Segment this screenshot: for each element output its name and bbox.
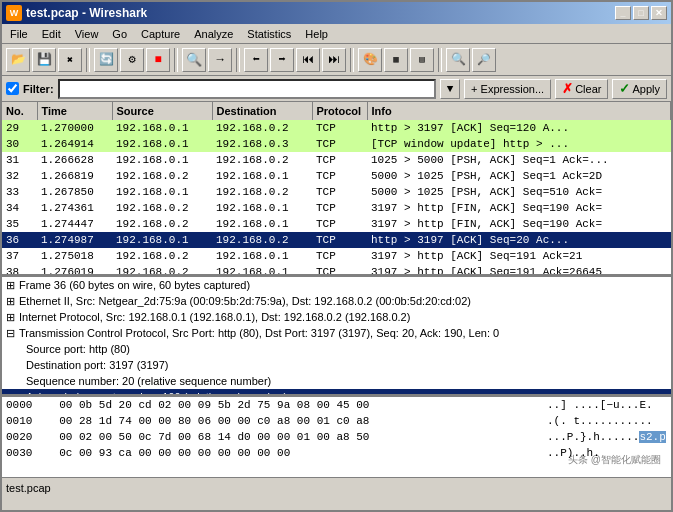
tb-options[interactable]: ⚙: [120, 48, 144, 72]
filter-input[interactable]: [58, 79, 437, 99]
menu-statistics[interactable]: Statistics: [241, 26, 297, 42]
cell-proto: TCP: [312, 136, 367, 152]
col-no[interactable]: No.: [2, 102, 37, 120]
cell-info: 3197 > http [ACK] Seq=191 Ack=21: [367, 248, 671, 264]
cell-dst: 192.168.0.2: [212, 184, 312, 200]
hex-addr: 0020: [6, 431, 46, 443]
detail-row[interactable]: Sequence number: 20 (relative sequence n…: [2, 373, 671, 389]
col-time[interactable]: Time: [37, 102, 112, 120]
cell-src: 192.168.0.2: [112, 216, 212, 232]
tb-first[interactable]: ⏮: [296, 48, 320, 72]
table-row[interactable]: 33 1.267850 192.168.0.1 192.168.0.2 TCP …: [2, 184, 671, 200]
filter-clear-button[interactable]: ✗ Clear: [555, 79, 608, 99]
window-controls[interactable]: _ □ ✕: [615, 6, 667, 20]
tb-stop[interactable]: ■: [146, 48, 170, 72]
apply-label: Apply: [632, 83, 660, 95]
table-row[interactable]: 36 1.274987 192.168.0.1 192.168.0.2 TCP …: [2, 232, 671, 248]
tb-find[interactable]: 🔍: [182, 48, 206, 72]
tb-next[interactable]: ➡: [270, 48, 294, 72]
menu-view[interactable]: View: [69, 26, 105, 42]
table-row[interactable]: 35 1.274447 192.168.0.2 192.168.0.1 TCP …: [2, 216, 671, 232]
filter-expression-button[interactable]: + Expression...: [464, 79, 551, 99]
menu-capture[interactable]: Capture: [135, 26, 186, 42]
col-info[interactable]: Info: [367, 102, 671, 120]
cell-info: 3197 > http [FIN, ACK] Seq=190 Ack=: [367, 216, 671, 232]
menu-go[interactable]: Go: [106, 26, 133, 42]
tb-resize2[interactable]: ▤: [410, 48, 434, 72]
cell-dst: 192.168.0.2: [212, 232, 312, 248]
window-title: test.pcap - Wireshark: [26, 6, 147, 20]
cell-proto: TCP: [312, 184, 367, 200]
filter-label: Filter:: [23, 83, 54, 95]
cell-src: 192.168.0.2: [112, 200, 212, 216]
detail-text: Transmission Control Protocol, Src Port:…: [19, 327, 499, 339]
close-button[interactable]: ✕: [651, 6, 667, 20]
hex-bytes: 00 28 1d 74 00 00 80 06 00 00 c0 a8 00 0…: [59, 415, 534, 427]
expand-icon[interactable]: ⊞: [6, 279, 15, 292]
cell-info: 3197 > http [ACK] Seq=191 Ack=26645: [367, 264, 671, 277]
tb-close[interactable]: ✖: [58, 48, 82, 72]
cell-dst: 192.168.0.1: [212, 168, 312, 184]
detail-row[interactable]: ⊞Internet Protocol, Src: 192.168.0.1 (19…: [2, 309, 671, 325]
menu-help[interactable]: Help: [299, 26, 334, 42]
filter-checkbox[interactable]: [6, 82, 19, 95]
cell-dst: 192.168.0.1: [212, 216, 312, 232]
col-protocol[interactable]: Protocol: [312, 102, 367, 120]
cell-info: http > 3197 [ACK] Seq=120 A...: [367, 120, 671, 136]
expression-label: + Expression...: [471, 83, 544, 95]
table-row[interactable]: 30 1.264914 192.168.0.1 192.168.0.3 TCP …: [2, 136, 671, 152]
tb-goto[interactable]: →: [208, 48, 232, 72]
detail-text: Internet Protocol, Src: 192.168.0.1 (192…: [19, 311, 410, 323]
cell-no: 32: [2, 168, 37, 184]
cell-time: 1.274987: [37, 232, 112, 248]
filter-apply-button[interactable]: ✓ Apply: [612, 79, 667, 99]
table-row[interactable]: 37 1.275018 192.168.0.2 192.168.0.1 TCP …: [2, 248, 671, 264]
tb-last[interactable]: ⏭: [322, 48, 346, 72]
detail-row[interactable]: Destination port: 3197 (3197): [2, 357, 671, 373]
detail-text: Frame 36 (60 bytes on wire, 60 bytes cap…: [19, 279, 250, 291]
title-bar-left: W test.pcap - Wireshark: [6, 5, 147, 21]
tb-sep3: [236, 48, 240, 72]
menu-analyze[interactable]: Analyze: [188, 26, 239, 42]
expand-icon[interactable]: ⊟: [6, 327, 15, 340]
hex-addr: 0010: [6, 415, 46, 427]
detail-row[interactable]: ⊞Ethernet II, Src: Netgear_2d:75:9a (00:…: [2, 293, 671, 309]
detail-row[interactable]: Acknowledgement number: 190 (relative ac…: [2, 389, 671, 397]
tb-open[interactable]: 📂: [6, 48, 30, 72]
hex-ascii: .(. t...........: [547, 415, 667, 427]
detail-row[interactable]: Source port: http (80): [2, 341, 671, 357]
hex-bytes: 00 02 00 50 0c 7d 00 68 14 d0 00 00 01 0…: [59, 431, 534, 443]
filter-bar: Filter: ▼ + Expression... ✗ Clear ✓ Appl…: [2, 76, 671, 102]
tb-restart[interactable]: 🔄: [94, 48, 118, 72]
tb-zoom-in[interactable]: 🔍: [446, 48, 470, 72]
cell-time: 1.275018: [37, 248, 112, 264]
minimize-button[interactable]: _: [615, 6, 631, 20]
tb-save[interactable]: 💾: [32, 48, 56, 72]
tb-color[interactable]: 🎨: [358, 48, 382, 72]
table-row[interactable]: 31 1.266628 192.168.0.1 192.168.0.2 TCP …: [2, 152, 671, 168]
table-row[interactable]: 38 1.276019 192.168.0.2 192.168.0.1 TCP …: [2, 264, 671, 277]
cell-info: 3197 > http [FIN, ACK] Seq=190 Ack=: [367, 200, 671, 216]
col-source[interactable]: Source: [112, 102, 212, 120]
tb-zoom-out[interactable]: 🔎: [472, 48, 496, 72]
cell-no: 37: [2, 248, 37, 264]
tb-sep1: [86, 48, 90, 72]
expand-icon[interactable]: ⊞: [6, 311, 15, 324]
detail-text: Ethernet II, Src: Netgear_2d:75:9a (00:0…: [19, 295, 471, 307]
detail-row[interactable]: ⊟Transmission Control Protocol, Src Port…: [2, 325, 671, 341]
table-row[interactable]: 29 1.270000 192.168.0.1 192.168.0.2 TCP …: [2, 120, 671, 136]
detail-row[interactable]: ⊞Frame 36 (60 bytes on wire, 60 bytes ca…: [2, 277, 671, 293]
col-dest[interactable]: Destination: [212, 102, 312, 120]
cell-src: 192.168.0.1: [112, 120, 212, 136]
tb-prev[interactable]: ⬅: [244, 48, 268, 72]
tb-resize1[interactable]: ▦: [384, 48, 408, 72]
table-row[interactable]: 32 1.266819 192.168.0.2 192.168.0.1 TCP …: [2, 168, 671, 184]
expand-icon[interactable]: ⊞: [6, 295, 15, 308]
maximize-button[interactable]: □: [633, 6, 649, 20]
menu-edit[interactable]: Edit: [36, 26, 67, 42]
menu-file[interactable]: File: [4, 26, 34, 42]
detail-text: Destination port: 3197 (3197): [26, 359, 168, 371]
cell-src: 192.168.0.2: [112, 248, 212, 264]
table-row[interactable]: 34 1.274361 192.168.0.2 192.168.0.1 TCP …: [2, 200, 671, 216]
filter-dropdown-button[interactable]: ▼: [440, 79, 460, 99]
